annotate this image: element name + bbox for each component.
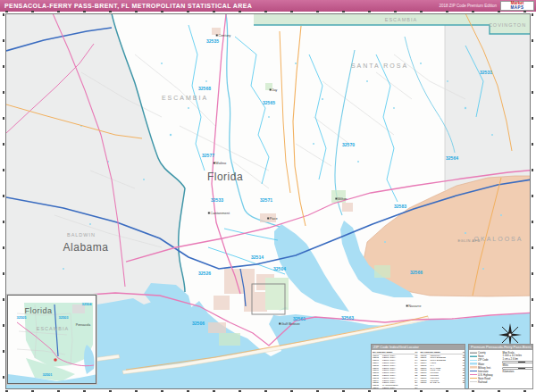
legend-item-label: U.S. Highway xyxy=(478,373,493,376)
legend-swatch xyxy=(470,382,477,383)
legend-item-label: Water xyxy=(478,363,484,365)
legend-item-label: ZIP Code xyxy=(478,359,489,362)
place-label: Cantonment xyxy=(208,211,230,215)
county-label: OKALOOSA xyxy=(474,236,523,242)
legend-content: CountyStateZIP CodeWaterMilitary Inst.In… xyxy=(469,350,533,389)
legend-item-label: State Road xyxy=(478,377,490,379)
legend-item-label: Military Inst. xyxy=(478,366,491,369)
legend-item-label: State xyxy=(478,355,483,358)
grid-ticks-top xyxy=(5,11,531,13)
zip-index-panel: ZIP Code Index/Grid Locator ZIP CodeZIP … xyxy=(371,344,465,389)
zip-index-table: ZIP CodeZIP NameGr32501PENSACOLAC532502P… xyxy=(372,350,465,389)
zip-label: 32568 xyxy=(198,86,211,91)
county-label: ESCAMBIA xyxy=(385,17,417,22)
state-label: Florida xyxy=(207,171,243,183)
state-label: Alabama xyxy=(63,241,109,254)
zip-index-row: 32534PENSACOLAC4 xyxy=(373,387,418,389)
zip-label: 32571 xyxy=(260,197,272,203)
legend-swatch xyxy=(470,378,477,379)
legend-swatch xyxy=(470,363,477,365)
place-label: Milton xyxy=(335,196,347,201)
legend-item-label: Interstate xyxy=(478,370,488,372)
zip-label: 32514 xyxy=(251,254,264,260)
zip-label: 32531 xyxy=(480,70,492,75)
publisher-logo: Market MAPS xyxy=(500,1,534,11)
legend-swatch xyxy=(470,371,477,371)
scale-bar-label: Kilometers xyxy=(503,370,534,373)
place-label: EGLIN AFB xyxy=(457,238,480,243)
county-label: COVINGTON xyxy=(489,22,526,28)
logo-text-bottom: MAPS xyxy=(510,6,523,11)
legend-swatch xyxy=(470,352,477,354)
legend-swatch xyxy=(470,360,477,361)
map-title: PENSACOLA-FERRY PASS-BRENT, FL METROPOLI… xyxy=(0,3,440,9)
zip-label: 32563 xyxy=(341,315,354,321)
place-label: Century xyxy=(216,33,231,38)
place-label: Pace xyxy=(267,216,278,221)
county-label: BALDWIN xyxy=(67,232,96,238)
map-page: PENSACOLA-FERRY PASS-BRENT, FL METROPOLI… xyxy=(0,0,536,392)
legend-swatch xyxy=(470,366,477,369)
inset-artwork xyxy=(8,296,96,384)
scale-bar xyxy=(503,368,534,370)
grid-ticks-left xyxy=(3,13,4,389)
zip-label: 32561 xyxy=(293,316,306,321)
scale-bar-label: Miles xyxy=(503,363,534,367)
zip-label: 32533 xyxy=(211,197,223,203)
edition-label: 2018 ZIP Code Premium Edition xyxy=(440,4,497,8)
place-label: Navarre xyxy=(406,304,422,308)
map-scale-line: 1 cm = 2.6 km xyxy=(503,357,534,361)
zip-label: 32526 xyxy=(198,271,211,276)
legend-item-label: Railroad xyxy=(478,380,487,383)
grid-ticks-right xyxy=(532,13,533,389)
pensacola-inset-map: Florida ESCAMBIA Pensacola 3250432503325… xyxy=(7,295,96,384)
zip-label: 32506 xyxy=(192,321,205,326)
zip-label: 32570 xyxy=(342,142,355,147)
scale-bar xyxy=(503,362,534,363)
county-label: SANTA ROSA xyxy=(351,63,408,69)
zip-label: 32583 xyxy=(394,204,406,209)
county-label: ESCAMBIA xyxy=(162,95,208,101)
zip-label: 32566 xyxy=(410,270,423,275)
legend-swatch xyxy=(470,374,477,375)
legend-item-label: County xyxy=(478,352,486,354)
zip-label: 32577 xyxy=(202,153,214,158)
zip-label: 32565 xyxy=(263,100,275,105)
zip-index-row: 32530BAGDADE3 xyxy=(421,381,466,384)
place-label: Gulf Breeze xyxy=(279,321,300,326)
zip-label: 32504 xyxy=(273,266,286,271)
legend-swatch xyxy=(470,355,477,357)
legend-panel: Premium Pensacola-Ferry Pass-Brent, FL M… xyxy=(468,344,533,389)
zip-label: 32564 xyxy=(446,155,458,161)
zip-label: 32535 xyxy=(206,38,219,44)
place-label: Jay xyxy=(270,88,278,92)
place-label: Molino xyxy=(214,161,226,165)
legend-item: Railroad xyxy=(470,380,501,384)
